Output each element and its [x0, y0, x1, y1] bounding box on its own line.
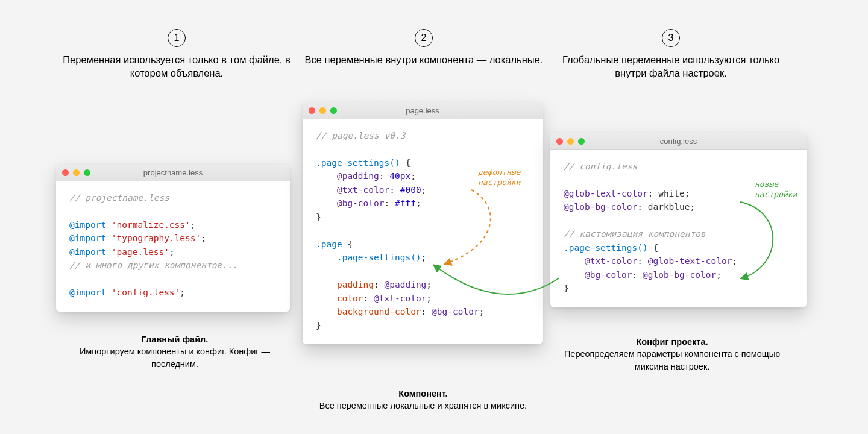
footer-title: Главный файл. [142, 335, 209, 344]
step-caption-1: Переменная используется только в том фай… [56, 53, 297, 80]
code-token: ; [180, 288, 185, 297]
code-token: @txt-color [585, 256, 637, 266]
step-number-3: 3 [662, 29, 680, 47]
code-token: padding [337, 280, 374, 289]
traffic-lights [309, 107, 337, 114]
code-token: .page-settings() [564, 243, 648, 253]
code-token: ; [421, 185, 427, 195]
code-comment: // projectname.less [69, 193, 169, 203]
step-1: 1 Переменная используется только в том ф… [56, 29, 297, 80]
code-token: ; [190, 220, 196, 230]
code-token: @glob-bg-color [643, 270, 716, 280]
footer-title: Конфиг проекта. [636, 337, 708, 347]
traffic-lights [62, 169, 90, 176]
traffic-lights [556, 138, 585, 145]
close-icon[interactable] [62, 169, 69, 176]
step-2: 2 Все переменные внутри компонента — лок… [303, 29, 544, 66]
code-token: ; [479, 307, 485, 316]
code-token: : [648, 189, 653, 198]
step-number-2: 2 [415, 29, 433, 47]
code-token: ; [201, 233, 206, 243]
code-token: ; [716, 270, 722, 280]
code-token: ; [421, 253, 427, 262]
step-number-1: 1 [168, 29, 186, 47]
code-comment: // page.less v0.3 [316, 131, 405, 140]
annotation-new-settings: новые настройки [755, 180, 797, 200]
annotation-text: настройки [478, 178, 520, 187]
code-token: @padding [337, 171, 379, 181]
code-token: #000 [400, 185, 421, 195]
titlebar: config.less [550, 133, 807, 150]
annotation-text: настройки [755, 190, 797, 199]
code-token: @bg-color [337, 198, 385, 208]
step-caption-3: Глобальные переменные используются тольк… [550, 53, 791, 80]
code-token: 40px [389, 171, 410, 181]
code-projectname: // projectname.less @import 'normalize.c… [56, 181, 290, 312]
code-token: ; [690, 202, 696, 212]
code-token: { [648, 243, 658, 253]
code-token: ; [426, 294, 432, 303]
code-token: ; [426, 280, 432, 289]
window-page: page.less // page.less v0.3 .page-settin… [303, 102, 542, 344]
minimize-icon[interactable] [567, 138, 574, 145]
minimize-icon[interactable] [73, 169, 80, 176]
code-token: : [421, 307, 427, 316]
code-token: : [374, 280, 379, 289]
code-token: } [316, 321, 321, 330]
code-token: @bg-color [432, 307, 479, 316]
code-token: 'config.less' [112, 288, 180, 297]
code-token: .page [316, 239, 342, 249]
code-token: @glob-text-color [648, 256, 732, 266]
step-caption-2: Все переменные внутри компонента — локал… [303, 53, 544, 66]
code-token: darkblue [648, 202, 690, 212]
footer-config: Конфиг проекта. Переопределяем параметры… [564, 336, 781, 373]
code-token: } [564, 283, 569, 293]
code-token: : [389, 185, 395, 195]
footer-page: Компонент. Все переменные локальные и хр… [315, 388, 532, 412]
code-token: @import [69, 220, 106, 230]
code-token: ; [685, 189, 690, 198]
window-title: config.less [550, 137, 807, 146]
close-icon[interactable] [556, 138, 563, 145]
code-token: .page-settings() [316, 158, 400, 168]
code-token: @glob-bg-color [564, 202, 637, 212]
window-projectname: projectname.less // projectname.less @im… [56, 165, 290, 312]
window-config: config.less // config.less @glob-text-co… [550, 133, 807, 307]
code-token: @padding [385, 280, 427, 289]
code-token: @import [69, 247, 106, 257]
close-icon[interactable] [309, 107, 315, 114]
code-token: ; [410, 171, 416, 181]
code-comment: // config.less [564, 162, 637, 171]
code-token: @import [69, 288, 106, 297]
titlebar: page.less [303, 102, 542, 119]
code-token: ; [732, 256, 737, 266]
footer-body: Импортируем компоненты и конфиг. Конфиг … [80, 347, 270, 368]
code-token: white [658, 189, 685, 198]
window-title: projectname.less [56, 168, 290, 177]
annotation-default-settings: дефолтные настройки [478, 168, 520, 188]
footer-body: Все переменные локальные и хранятся в ми… [319, 401, 527, 410]
code-token: : [363, 294, 369, 303]
maximize-icon[interactable] [330, 107, 337, 114]
code-config: // config.less @glob-text-color: white; … [550, 150, 807, 307]
maximize-icon[interactable] [578, 138, 585, 145]
code-token: @txt-color [337, 185, 389, 195]
code-token: { [342, 239, 353, 249]
step-3: 3 Глобальные переменные используются тол… [550, 29, 791, 80]
footer-title: Компонент. [398, 389, 447, 398]
code-token: : [379, 171, 385, 181]
code-page: // page.less v0.3 .page-settings() { @pa… [303, 119, 542, 344]
annotation-text: новые [755, 180, 778, 189]
code-token: .page-settings() [337, 253, 421, 262]
code-token: ; [169, 247, 175, 257]
maximize-icon[interactable] [84, 169, 90, 176]
footer-body: Переопределяем параметры компонента с по… [564, 349, 780, 371]
footer-project: Главный файл. Импортируем компоненты и к… [66, 333, 283, 370]
code-token: 'typography.less' [112, 233, 201, 243]
window-title: page.less [303, 106, 542, 115]
code-token: #fff [395, 198, 416, 208]
code-token: @import [69, 233, 106, 243]
code-token: : [385, 198, 390, 208]
minimize-icon[interactable] [319, 107, 326, 114]
code-token: @glob-text-color [564, 189, 648, 198]
